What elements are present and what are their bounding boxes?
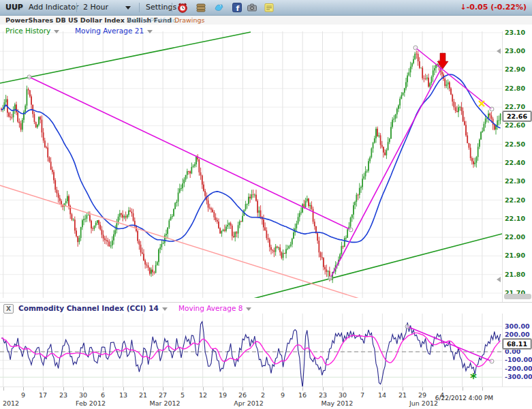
scrollbar-stub[interactable] <box>504 294 531 299</box>
time-axis-tick <box>382 387 383 391</box>
time-axis-day-label: 16 <box>294 391 311 399</box>
time-axis-tick <box>43 387 44 391</box>
time-axis-tick <box>83 387 84 391</box>
cci-axis-label: 200.00 <box>505 331 532 338</box>
time-axis-tick <box>422 387 423 391</box>
time-axis: 9172330613212751219262916233071421294201… <box>0 387 532 409</box>
axis-marker-arrow-icon <box>497 48 501 54</box>
time-axis-month-label: May 2012 <box>313 399 361 407</box>
toolbar-separator <box>172 3 172 12</box>
time-axis-day-label: 12 <box>194 391 212 399</box>
price-axis-label: 22.30 <box>505 177 532 185</box>
cci-axis-label: -300.00 <box>505 373 532 380</box>
price-axis-label: 22.70 <box>505 103 532 110</box>
axis-marker-arrow-icon <box>497 277 501 282</box>
time-axis-tick <box>302 387 303 391</box>
time-axis-tick <box>463 387 463 391</box>
price-axis-label: 21.80 <box>505 271 532 278</box>
time-axis-tick <box>442 387 443 391</box>
time-axis-day-label: 23 <box>314 391 332 399</box>
time-axis-tick <box>323 387 324 391</box>
time-axis-tick <box>23 387 24 391</box>
symbol-label[interactable]: UUP <box>5 3 23 12</box>
price-history-menu[interactable]: Price History <box>5 27 59 35</box>
chevron-down-icon <box>162 307 168 311</box>
price-chart[interactable] <box>0 31 502 298</box>
time-axis-day-label: 13 <box>114 391 132 399</box>
time-axis-tick <box>123 387 124 391</box>
notes-icon[interactable] <box>264 2 275 13</box>
database-icon[interactable] <box>195 2 206 13</box>
cci-value-box: 68.11 <box>503 339 531 349</box>
time-axis-day-label: 19 <box>214 391 232 399</box>
time-axis-day-label: 9 <box>274 391 292 399</box>
time-axis-month-label: Mar 2012 <box>141 399 189 407</box>
cci-panel-header: X Commodity Channel Index (CCI) 14 Movin… <box>0 302 532 314</box>
cci-ma8-menu[interactable]: Moving Average 8 <box>178 304 251 312</box>
price-change-indicator: ↓-0.05 (-0.22%) <box>460 3 527 12</box>
add-to-portfolio-link[interactable]: Add to Portfolio <box>127 16 176 24</box>
time-axis-day-label: 21 <box>394 391 411 399</box>
time-axis-tick <box>362 387 363 391</box>
time-axis-day-label: 30 <box>74 391 92 399</box>
chevron-down-icon <box>246 307 251 311</box>
last-price-box: 22.66 <box>503 111 531 121</box>
time-axis-month-label: Apr 2012 <box>225 399 272 407</box>
time-axis-day-label: 2 <box>254 391 272 399</box>
axis-divider <box>502 31 503 387</box>
time-axis-day-label: 17 <box>34 391 52 399</box>
ma21-menu[interactable]: Moving Average 21 <box>75 27 153 35</box>
price-axis-label: 22.10 <box>505 215 532 222</box>
time-axis-tick <box>482 387 483 391</box>
time-axis-tick <box>263 387 264 391</box>
time-axis-day-label: 23 <box>54 391 72 399</box>
cci-axis-label: -100.00 <box>505 356 532 363</box>
time-axis-tick <box>103 387 104 391</box>
time-axis-tick <box>3 387 4 391</box>
svg-text:*: * <box>470 370 477 385</box>
time-axis-tick <box>242 387 243 391</box>
time-axis-month-label: Feb 2012 <box>67 399 114 407</box>
last-bar-timestamp: 6/22/2012 4:00 PM <box>435 395 493 402</box>
twitter-icon[interactable] <box>214 2 225 13</box>
price-axis-label: 22.80 <box>505 85 532 92</box>
time-axis-day-label: 29 <box>413 391 431 399</box>
drawings-menu[interactable]: Drawings <box>174 16 204 24</box>
change-text: -0.05 (-0.22%) <box>467 3 527 12</box>
charting-app: UUP Add Indicator 2 Hour Settings f <box>0 0 532 409</box>
time-axis-month-label: 2012 <box>0 399 35 407</box>
alarm-icon[interactable] <box>177 2 188 13</box>
time-axis-day-label: 30 <box>334 391 351 399</box>
svg-text:f: f <box>236 4 240 13</box>
cci-menu[interactable]: Commodity Channel Index (CCI) 14 <box>18 304 168 312</box>
time-axis-tick <box>63 387 64 391</box>
time-axis-day-label: 27 <box>154 391 172 399</box>
close-indicator-button[interactable]: X <box>3 304 14 314</box>
subbar: PowerShares DB US Dollar Index Bullish F… <box>0 16 532 25</box>
time-axis-day-label: 6 <box>94 391 112 399</box>
price-axis-label: 22.40 <box>505 159 532 166</box>
time-axis-tick <box>403 387 403 391</box>
price-axis-label: 22.00 <box>505 233 532 241</box>
down-arrow-icon: ↓ <box>460 3 466 12</box>
price-axis-label: 22.90 <box>505 65 532 73</box>
time-axis-day-label: 26 <box>234 391 251 399</box>
price-axis-label: 22.60 <box>505 121 532 129</box>
camera-icon[interactable] <box>247 2 257 13</box>
interval-select[interactable]: 2 Hour <box>83 3 108 12</box>
price-axis-label: 22.50 <box>505 140 532 148</box>
time-axis-day-label: 14 <box>373 391 391 399</box>
cci-chart[interactable]: * <box>0 313 502 387</box>
time-axis-day-label: 9 <box>14 391 32 399</box>
interval-dropdown-icon[interactable] <box>125 6 131 10</box>
price-axis-label: 23.10 <box>505 29 532 36</box>
toolbar-separator <box>139 3 140 12</box>
price-axis-label: 23.00 <box>505 47 532 55</box>
time-axis-tick <box>143 387 144 391</box>
facebook-icon[interactable]: f <box>232 2 242 13</box>
cci-axis-label: 300.00 <box>505 322 532 330</box>
time-axis-tick <box>203 387 204 391</box>
add-indicator-button[interactable]: Add Indicator <box>29 3 78 12</box>
time-axis-tick <box>343 387 343 391</box>
toolbar: UUP Add Indicator 2 Hour Settings f <box>0 0 532 16</box>
